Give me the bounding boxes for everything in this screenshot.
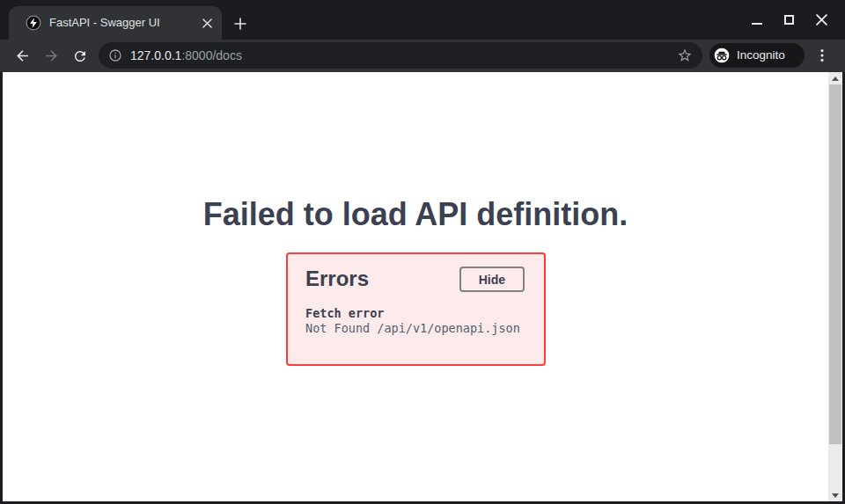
scrollbar-track[interactable] [828, 72, 842, 501]
minimize-icon[interactable] [740, 0, 773, 40]
page-content: Failed to load API definition. Errors Hi… [3, 72, 828, 501]
incognito-badge: Incognito [709, 43, 805, 68]
titlebar: FastAPI - Swagger UI [0, 0, 845, 40]
url-bar[interactable]: 127.0.0.1:8000/docs [99, 42, 702, 69]
fastapi-bolt-favicon [26, 15, 41, 31]
info-icon[interactable] [108, 48, 122, 62]
url-path: :8000/docs [181, 48, 242, 62]
back-icon[interactable] [11, 45, 33, 67]
error-item-message: Not Found /api/v1/openapi.json [305, 321, 520, 336]
scroll-down-icon[interactable] [828, 489, 842, 501]
tab-title: FastAPI - Swagger UI [49, 6, 160, 40]
window-close-icon[interactable] [805, 0, 838, 40]
window-controls [740, 0, 838, 40]
scroll-up-icon[interactable] [828, 72, 842, 84]
error-item-title: Fetch error [305, 306, 520, 321]
tab-close-icon[interactable] [199, 15, 215, 31]
reload-icon[interactable] [69, 45, 91, 67]
errors-panel: Errors Hide Fetch error Not Found /api/v… [286, 252, 546, 366]
browser-tab[interactable]: FastAPI - Swagger UI [9, 6, 222, 40]
menu-dots-icon[interactable] [813, 47, 831, 64]
incognito-label: Incognito [737, 43, 785, 68]
new-tab-icon[interactable] [231, 14, 250, 33]
page-heading: Failed to load API definition. [3, 195, 828, 233]
forward-icon[interactable] [40, 45, 62, 67]
errors-panel-title: Errors [305, 267, 369, 291]
url-text: 127.0.0.1:8000/docs [130, 42, 242, 69]
url-host: 127.0.0.1 [130, 48, 181, 62]
scrollbar-thumb[interactable] [829, 84, 841, 444]
hide-errors-button[interactable]: Hide [459, 267, 525, 292]
maximize-icon[interactable] [773, 0, 805, 40]
error-item: Fetch error Not Found /api/v1/openapi.js… [305, 306, 520, 336]
browser-toolbar: 127.0.0.1:8000/docs Incognito [0, 40, 845, 72]
bookmark-star-icon[interactable] [677, 47, 693, 63]
incognito-icon [713, 47, 731, 64]
